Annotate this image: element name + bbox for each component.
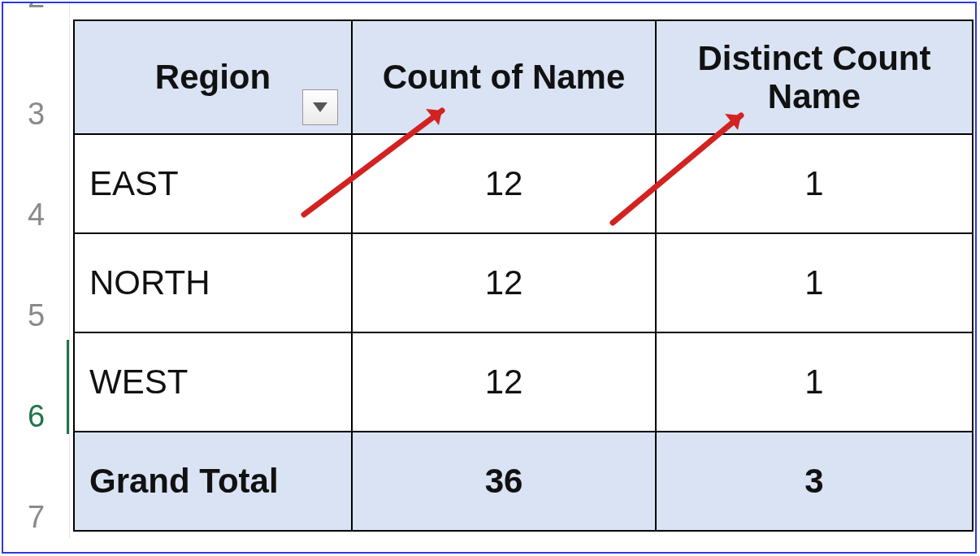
cell-region[interactable]: NORTH <box>74 233 352 332</box>
pivot-table[interactable]: Region Count of Name Distinct Count Name… <box>73 20 973 532</box>
row-header-6[interactable]: 6 <box>3 337 70 437</box>
row-header-4[interactable]: 4 <box>3 135 70 236</box>
cell-total-count[interactable]: 36 <box>352 432 656 531</box>
pivot-header-count-label: Count of Name <box>383 58 626 96</box>
cell-region[interactable]: WEST <box>74 332 352 432</box>
cell-distinct[interactable]: 1 <box>656 134 973 233</box>
pivot-header-row: Region Count of Name Distinct Count Name <box>74 20 973 134</box>
cell-total-distinct[interactable]: 3 <box>656 432 973 531</box>
row-header-3[interactable]: 3 <box>3 20 70 135</box>
pivot-header-region-label: Region <box>155 58 271 96</box>
row-header-gutter: 2 3 4 5 6 7 <box>3 3 70 552</box>
row-header-2[interactable]: 2 <box>3 2 70 18</box>
pivot-header-distinct-label: Distinct Count Name <box>698 39 931 115</box>
cell-region[interactable]: EAST <box>74 134 352 233</box>
cell-distinct[interactable]: 1 <box>656 332 973 432</box>
pivot-header-distinct[interactable]: Distinct Count Name <box>656 20 973 134</box>
grand-total-row[interactable]: Grand Total 36 3 <box>74 432 973 531</box>
pivot-header-region[interactable]: Region <box>74 20 352 134</box>
table-row[interactable]: WEST 12 1 <box>74 332 973 432</box>
cell-total-label[interactable]: Grand Total <box>74 432 352 531</box>
cell-count[interactable]: 12 <box>352 134 656 233</box>
viewport: 2 3 4 5 6 7 Region Count of Name D <box>2 2 977 554</box>
filter-dropdown-button[interactable] <box>302 89 338 125</box>
chevron-down-icon <box>313 102 327 112</box>
row-header-7[interactable]: 7 <box>3 437 70 538</box>
row-header-5[interactable]: 5 <box>3 236 70 337</box>
cell-distinct[interactable]: 1 <box>656 233 973 332</box>
table-row[interactable]: NORTH 12 1 <box>74 233 973 332</box>
cell-count[interactable]: 12 <box>352 233 656 332</box>
table-row[interactable]: EAST 12 1 <box>74 134 973 233</box>
pivot-header-count[interactable]: Count of Name <box>352 20 656 134</box>
cell-count[interactable]: 12 <box>352 332 656 432</box>
